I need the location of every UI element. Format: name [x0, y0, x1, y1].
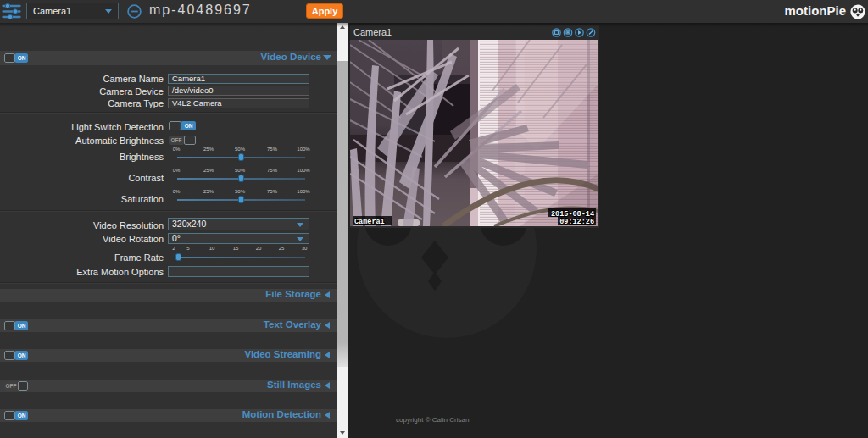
svg-text:09:12:26: 09:12:26 [559, 218, 594, 226]
svg-text:Camera1: Camera1 [354, 218, 385, 226]
